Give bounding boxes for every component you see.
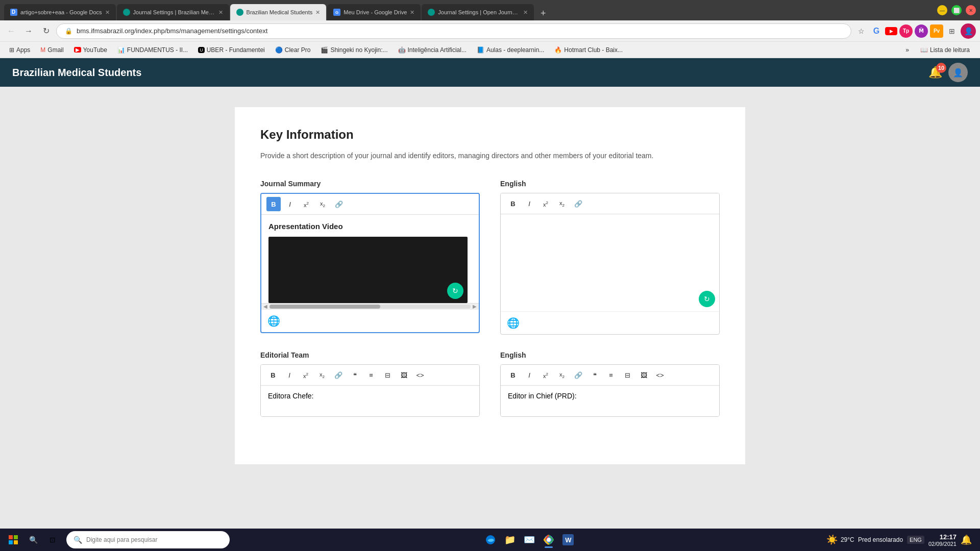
task-view-button[interactable]: ⊡ [44, 531, 61, 548]
english-summary-body[interactable]: ↻ [501, 214, 719, 311]
link-button-english[interactable]: 🔗 [571, 196, 585, 211]
en-sub[interactable]: x2 [555, 368, 569, 382]
taskbar-mail[interactable]: ✉️ [520, 531, 538, 549]
search-input-task[interactable] [86, 536, 223, 543]
edit-sub[interactable]: x2 [315, 368, 329, 382]
taskbar-edge[interactable] [481, 531, 500, 549]
new-tab-button[interactable]: + [535, 6, 551, 20]
link-button-summary[interactable]: 🔗 [332, 197, 346, 211]
globe-icon-english[interactable]: 🌐 [506, 316, 520, 330]
edit-italic[interactable]: I [282, 368, 297, 382]
editorial-team-col: Editorial Team B I x2 x2 🔗 ❝ ≡ ⊟ [260, 351, 480, 417]
language-indicator[interactable]: ENG [907, 536, 924, 544]
bookmark-ai[interactable]: 🤖 Inteligência Artificial... [394, 45, 471, 55]
notification-center-icon[interactable]: 🔔 [961, 534, 972, 545]
edit-link[interactable]: 🔗 [331, 368, 346, 382]
tab-3[interactable]: Brazilian Medical Students ✕ [230, 4, 327, 20]
notification-bell[interactable]: 🔔 10 [928, 66, 942, 79]
en-sup[interactable]: x2 [538, 368, 553, 382]
edit-bold[interactable]: B [266, 368, 280, 382]
horizontal-scrollbar[interactable]: ◀ ▶ [261, 303, 479, 309]
bookmark-uber[interactable]: U UBER - Fundamentei [194, 45, 269, 55]
bookmark-star-icon[interactable]: ☆ [854, 24, 868, 38]
main-scroll[interactable]: Key Information Provide a short descript… [0, 87, 980, 529]
bookmark-clear[interactable]: 🔵 Clear Pro [271, 45, 315, 55]
en-code[interactable]: <> [653, 368, 667, 382]
bold-button-english[interactable]: B [506, 196, 520, 211]
reading-list-button[interactable]: 📖 Lista de leitura [915, 45, 975, 55]
edit-numbered[interactable]: ⊟ [380, 368, 395, 382]
tab-2[interactable]: Journal Settings | Brazilian Medi... ✕ [117, 4, 229, 20]
bookmark-apps[interactable]: ⊞ Apps [5, 45, 34, 55]
weather-widget[interactable]: ☀️ 29°C Pred ensolarado [826, 534, 903, 545]
bold-button-summary[interactable]: B [266, 197, 281, 211]
superscript-button-english[interactable]: x2 [538, 196, 553, 211]
tp-icon[interactable]: Tp [899, 24, 913, 38]
en-numbered[interactable]: ⊟ [620, 368, 634, 382]
edit-image[interactable]: 🖼 [397, 368, 411, 382]
pv-icon[interactable]: Pv [930, 24, 943, 38]
bookmark-gmail[interactable]: M Gmail [36, 45, 67, 55]
subscript-button-english[interactable]: x2 [555, 196, 569, 211]
scrollbar-track[interactable] [270, 305, 471, 309]
tab-5[interactable]: Journal Settings | Open Journal S... ✕ [422, 4, 534, 20]
maximize-button[interactable]: ⬜ [951, 5, 962, 15]
en-bold[interactable]: B [506, 368, 520, 382]
mp-icon[interactable]: M̈ [915, 24, 928, 38]
minimize-button[interactable]: — [937, 5, 947, 15]
taskbar-chrome[interactable] [540, 531, 558, 549]
edit-code[interactable]: <> [413, 368, 427, 382]
tab-1[interactable]: D artigo+sobre+eaa - Google Docs ✕ [4, 4, 116, 20]
globe-icon-summary[interactable]: 🌐 [266, 314, 281, 328]
start-button[interactable] [4, 531, 22, 549]
edit-bullet[interactable]: ≡ [364, 368, 378, 382]
tab-5-close[interactable]: ✕ [520, 9, 528, 16]
en-link[interactable]: 🔗 [571, 368, 585, 382]
bookmark-fundamentus[interactable]: 📊 FUNDAMENTUS - II... [113, 45, 192, 55]
journal-summary-body[interactable]: Apresentation Video ↻ [261, 215, 479, 303]
italic-button-english[interactable]: I [522, 196, 536, 211]
user-avatar[interactable]: 👤 [948, 63, 968, 82]
bookmark-aulas[interactable]: 📘 Aulas - deeplearnin... [473, 45, 548, 55]
en-italic[interactable]: I [522, 368, 536, 382]
subscript-button-summary[interactable]: x2 [315, 197, 330, 211]
scroll-right[interactable]: ▶ [473, 304, 477, 309]
clock[interactable]: 12:17 02/09/2021 [928, 533, 957, 547]
back-button[interactable]: ← [4, 24, 18, 38]
tab-1-close[interactable]: ✕ [102, 9, 110, 16]
taskbar-explorer[interactable]: 📁 [501, 531, 519, 549]
en-bullet[interactable]: ≡ [604, 368, 618, 382]
english-editorial-body[interactable]: Editor in Chief (PRD): [501, 386, 719, 416]
bookmark-hotmart[interactable]: 🔥 Hotmart Club - Baix... [550, 45, 627, 55]
youtube-icon[interactable]: ▶ [885, 27, 897, 35]
tab-2-close[interactable]: ✕ [215, 9, 223, 16]
en-image[interactable]: 🖼 [636, 368, 651, 382]
tab-3-close[interactable]: ✕ [312, 9, 320, 16]
bookmarks-overflow-button[interactable]: » [901, 45, 913, 55]
italic-button-summary[interactable]: I [283, 197, 297, 211]
extensions-icon[interactable]: ⊞ [945, 24, 959, 38]
superscript-button-summary[interactable]: x2 [299, 197, 313, 211]
edit-sup[interactable]: x2 [299, 368, 313, 382]
search-bar[interactable]: 🔍 [66, 531, 230, 548]
search-taskbar-button[interactable]: 🔍 [24, 531, 42, 548]
bookmark-youtube[interactable]: ▶ YouTube [70, 45, 111, 55]
taskbar-word[interactable]: W [559, 531, 577, 549]
spinner-icon-english: ↻ [699, 291, 715, 307]
youtube-bm-icon: ▶ [74, 47, 81, 53]
address-bar[interactable]: 🔒 bms.ifmsabrazil.org/index.php/bms/mana… [56, 23, 851, 39]
edit-quote[interactable]: ❝ [348, 368, 362, 382]
editorial-team-body[interactable]: Editora Chefe: [261, 386, 479, 416]
scroll-left[interactable]: ◀ [263, 304, 267, 309]
tab-4[interactable]: G Meu Drive - Google Drive ✕ [327, 4, 421, 20]
forward-button[interactable]: → [21, 24, 36, 38]
tab-4-close[interactable]: ✕ [407, 9, 414, 16]
g-logo-icon[interactable]: G [870, 24, 883, 38]
profile-icon[interactable]: 👤 [961, 23, 976, 39]
summary-section: Journal Summary B I x2 [260, 180, 720, 335]
app-title: Brazilian Medical Students [12, 67, 141, 79]
reload-button[interactable]: ↻ [39, 24, 53, 38]
en-quote[interactable]: ❝ [587, 368, 602, 382]
close-button[interactable]: ✕ [966, 5, 976, 15]
bookmark-shingeki[interactable]: 🎬 Shingeki no Kyojin:... [316, 45, 391, 55]
